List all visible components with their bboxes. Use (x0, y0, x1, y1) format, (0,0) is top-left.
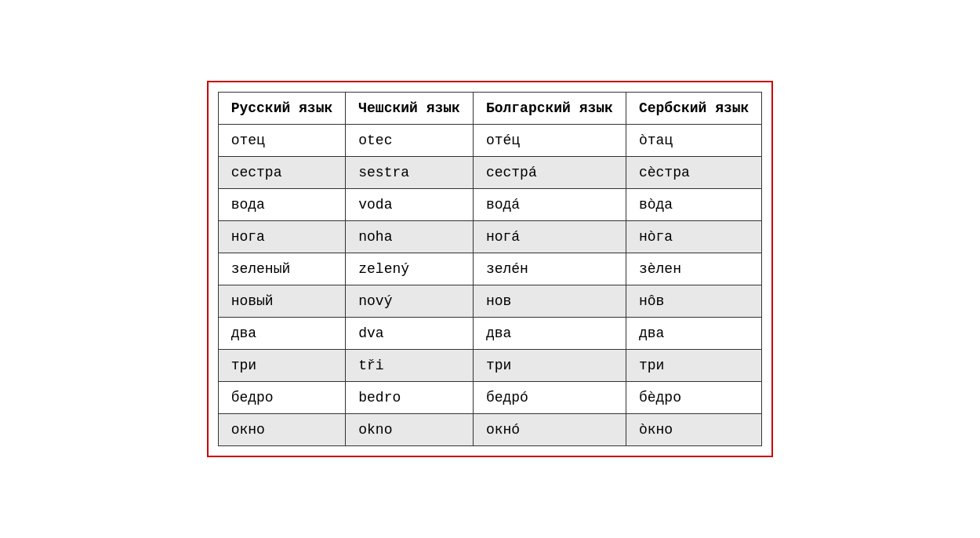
col-header-serbian: Сербский язык (626, 93, 761, 125)
table-cell: zelený (346, 253, 474, 285)
table-cell: otec (346, 125, 474, 157)
table-cell: dva (346, 318, 474, 350)
col-header-czech: Чешский язык (346, 93, 474, 125)
table-cell: зèлен (626, 253, 761, 285)
table-cell: два (473, 318, 626, 350)
table-cell: водá (473, 189, 626, 221)
table-cell: ногá (473, 221, 626, 253)
table-cell: òкно (626, 414, 761, 446)
table-cell: вòда (626, 189, 761, 221)
table-cell: нôв (626, 285, 761, 318)
table-cell: зеленый (218, 253, 346, 285)
table-row: водаvodaводáвòда (218, 189, 762, 221)
table-cell: сèстра (626, 157, 761, 189)
table-cell: бèдро (626, 382, 761, 414)
table-cell: voda (346, 189, 474, 221)
table-row: бедроbedroбедрóбèдро (218, 382, 762, 414)
table-cell: нòга (626, 221, 761, 253)
table-cell: tři (346, 350, 474, 382)
table-cell: три (626, 350, 761, 382)
table-cell: òтац (626, 125, 761, 157)
table-row: сестраsestraсестрáсèстра (218, 157, 762, 189)
table-row: окноoknoокнóòкно (218, 414, 762, 446)
table-cell: зелéн (473, 253, 626, 285)
language-comparison-table: Русский язык Чешский язык Болгарский язы… (218, 92, 763, 446)
table-cell: три (473, 350, 626, 382)
table-cell: bedro (346, 382, 474, 414)
table-cell: нов (473, 285, 626, 318)
table-cell: сестра (218, 157, 346, 189)
table-row: ногаnohaногáнòга (218, 221, 762, 253)
table-cell: два (218, 318, 346, 350)
table-cell: три (218, 350, 346, 382)
table-row: дваdvaдвадва (218, 318, 762, 350)
table-cell: окнó (473, 414, 626, 446)
table-cell: nový (346, 285, 474, 318)
table-row: отецotecотéцòтац (218, 125, 762, 157)
table-cell: sestra (346, 157, 474, 189)
table-cell: okno (346, 414, 474, 446)
table-cell: бедрó (473, 382, 626, 414)
table-cell: noha (346, 221, 474, 253)
table-row: триtřiтритри (218, 350, 762, 382)
table-row: новыйnovýновнôв (218, 285, 762, 318)
table-cell: новый (218, 285, 346, 318)
table-cell: нога (218, 221, 346, 253)
table-container: Русский язык Чешский язык Болгарский язы… (207, 81, 774, 457)
table-cell: вода (218, 189, 346, 221)
table-cell: отец (218, 125, 346, 157)
table-cell: два (626, 318, 761, 350)
table-row: зеленыйzelenýзелéнзèлен (218, 253, 762, 285)
header-row: Русский язык Чешский язык Болгарский язы… (218, 93, 762, 125)
table-cell: сестрá (473, 157, 626, 189)
table-cell: бедро (218, 382, 346, 414)
table-cell: отéц (473, 125, 626, 157)
col-header-bulgarian: Болгарский язык (473, 93, 626, 125)
col-header-russian: Русский язык (218, 93, 346, 125)
table-cell: окно (218, 414, 346, 446)
